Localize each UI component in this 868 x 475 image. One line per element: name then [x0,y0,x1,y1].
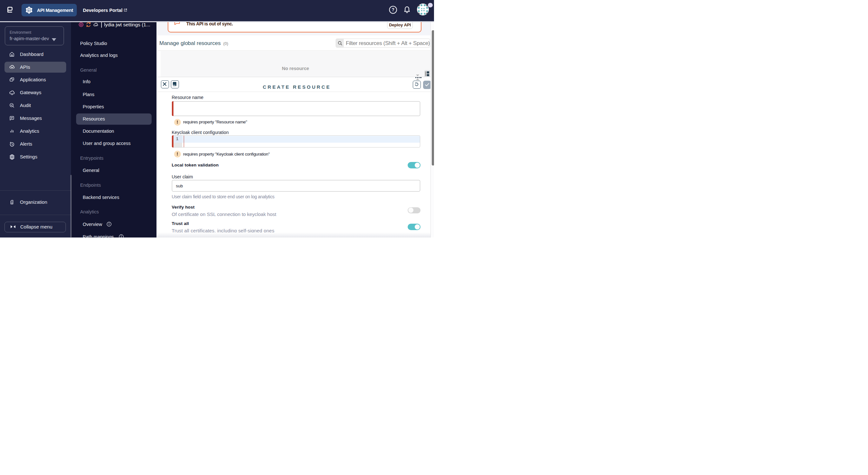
svg-text:?: ? [392,7,395,12]
